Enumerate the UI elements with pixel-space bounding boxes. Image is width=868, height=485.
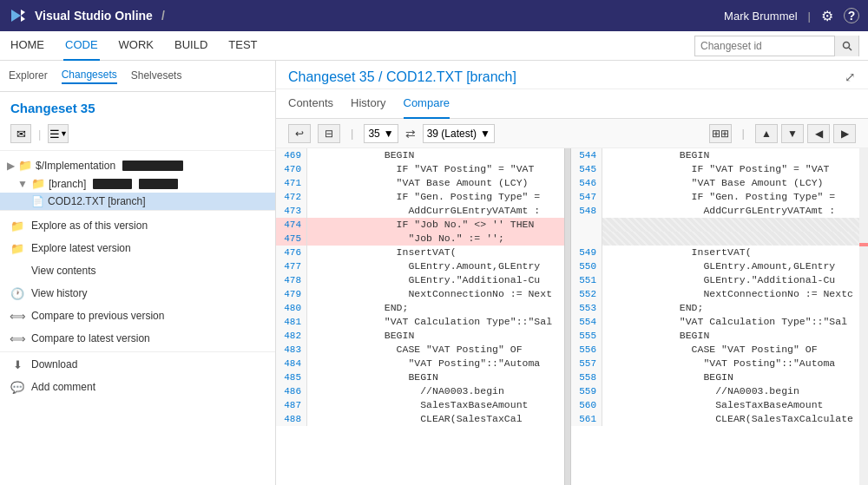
line-number: 488 — [276, 412, 307, 426]
tree-root[interactable]: ▶ 📁 $/Implementation — [0, 156, 275, 174]
search-button[interactable] — [834, 36, 858, 56]
line-content: BEGIN — [307, 329, 564, 343]
search-input[interactable] — [695, 40, 834, 52]
right-diff-panel[interactable]: 544 BEGIN545 IF "VAT Posting" = "VAT546 … — [571, 148, 859, 485]
line-number: 471 — [276, 176, 307, 190]
logo: Visual Studio Online / — [9, 6, 165, 25]
download-icon: ⬇ — [10, 357, 24, 371]
line-content: CLEAR(SalesTaxCalculate — [602, 412, 859, 426]
left-version-select[interactable]: 35 ▼ — [364, 124, 398, 143]
diff-line: 551 GLEntry."Additional-Cu — [571, 273, 859, 287]
menu-button[interactable]: ☰▼ — [48, 124, 69, 143]
context-view-history[interactable]: 🕐 View history — [0, 282, 275, 305]
line-number: 552 — [571, 287, 602, 301]
line-number: 486 — [276, 384, 307, 398]
diff-view: 469 BEGIN470 IF "VAT Posting" = "VAT471 … — [276, 148, 868, 485]
swap-icon[interactable]: ⇄ — [405, 127, 416, 141]
context-compare-previous[interactable]: ⟺ Compare to previous version — [0, 305, 275, 327]
context-view-contents-label: View contents — [31, 265, 96, 277]
line-number: 549 — [571, 246, 602, 259]
refresh-button[interactable]: ↩ — [288, 124, 311, 143]
tree-branch-label: [branch] — [49, 178, 86, 190]
line-content: IF "Job No." <> '' THEN — [307, 218, 564, 232]
diff-line: 485 BEGIN — [276, 370, 564, 384]
line-number: 484 — [276, 357, 307, 370]
compare-latest-icon: ⟺ — [10, 331, 24, 345]
top-bar-sep: | — [808, 10, 811, 23]
line-content: "VAT Posting"::"Automa — [307, 357, 564, 370]
diff-panels: 469 BEGIN470 IF "VAT Posting" = "VAT471 … — [276, 148, 868, 485]
context-add-comment-label: Add comment — [31, 381, 95, 393]
folder-icon: ▶ — [7, 160, 15, 172]
tab-compare[interactable]: Compare — [404, 89, 450, 119]
left-diff-panel[interactable]: 469 BEGIN470 IF "VAT Posting" = "VAT471 … — [276, 148, 564, 485]
nav-home[interactable]: HOME — [9, 31, 46, 61]
diff-line: 483 CASE "VAT Posting" OF — [276, 343, 564, 357]
nav-test[interactable]: TEST — [227, 31, 259, 61]
diff-line: 479 NextConnectionNo := Next — [276, 287, 564, 301]
tree-branch[interactable]: ▼ 📁 [branch] — [0, 174, 275, 193]
line-number: 558 — [571, 370, 602, 384]
diff-line: 475 "Job No." := ''; — [276, 232, 564, 246]
context-add-comment[interactable]: 💬 Add comment — [0, 376, 275, 398]
nav-code[interactable]: CODE — [63, 31, 100, 61]
next-section-button[interactable]: ▶ — [833, 124, 856, 143]
line-number: 474 — [276, 218, 307, 232]
line-number: 560 — [571, 398, 602, 412]
context-compare-latest[interactable]: ⟺ Compare to latest version — [0, 327, 275, 350]
line-number: 550 — [571, 259, 602, 273]
tree-root-label: $/Implementation — [36, 160, 115, 172]
tab-shelvesets[interactable]: Shelvesets — [131, 69, 182, 83]
tab-contents[interactable]: Contents — [288, 89, 333, 119]
gear-icon[interactable]: ⚙ — [821, 8, 833, 24]
context-explore-latest[interactable]: 📁 Explore latest version — [0, 237, 275, 259]
diff-line: 472 IF "Gen. Posting Type" = — [276, 190, 564, 204]
svg-line-5 — [849, 48, 852, 50]
context-view-contents[interactable]: View contents — [0, 259, 275, 282]
next-diff-button[interactable]: ▼ — [781, 124, 804, 143]
prev-diff-button[interactable]: ▲ — [755, 124, 778, 143]
diff-line: 557 "VAT Posting"::"Automa — [571, 357, 859, 370]
context-explore-version[interactable]: 📁 Explore as of this version — [0, 214, 275, 237]
line-content: SalesTaxBaseAmount — [307, 398, 564, 412]
line-content: CASE "VAT Posting" OF — [307, 343, 564, 357]
vs-logo-icon — [9, 6, 28, 25]
diff-line: 478 GLEntry."Additional-Cu — [276, 273, 564, 287]
line-content: "VAT Base Amount (LCY) — [602, 176, 859, 190]
line-number: 470 — [276, 162, 307, 176]
diff-line: 544 BEGIN — [571, 148, 859, 162]
logo-separator: / — [161, 9, 165, 23]
side-by-side-button[interactable]: ⊞⊞ — [709, 124, 732, 143]
diff-line: 476 InsertVAT( — [276, 246, 564, 259]
tab-explorer[interactable]: Explorer — [9, 69, 48, 83]
prev-section-button[interactable]: ◀ — [807, 124, 830, 143]
line-content: InsertVAT( — [602, 246, 859, 259]
line-number: 481 — [276, 315, 307, 329]
line-number: 559 — [571, 384, 602, 398]
inline-diff-button[interactable]: ⊟ — [318, 124, 340, 143]
line-content: "VAT Calculation Type"::"Sal — [307, 315, 564, 329]
file-icon: 📄 — [31, 195, 44, 207]
help-icon[interactable]: ? — [844, 8, 859, 23]
context-download[interactable]: ⬇ Download — [0, 351, 275, 376]
diff-line: 554 "VAT Calculation Type"::"Sal — [571, 315, 859, 329]
changeset-title: Changeset 35 — [0, 92, 275, 121]
nav-build[interactable]: BUILD — [173, 31, 209, 61]
diff-line: 547 IF "Gen. Posting Type" = — [571, 190, 859, 204]
tab-changesets[interactable]: Changesets — [62, 69, 117, 84]
tab-history[interactable]: History — [351, 89, 385, 119]
tree-file[interactable]: 📄 COD12.TXT [branch] — [0, 193, 275, 210]
top-bar-right: Mark Brummel | ⚙ ? — [724, 8, 859, 24]
explore-latest-icon: 📁 — [10, 241, 24, 255]
diff-scrollbar[interactable] — [859, 148, 868, 485]
mail-button[interactable]: ✉ — [10, 124, 31, 143]
nav-work[interactable]: WORK — [117, 31, 155, 61]
diff-line: 553 END; — [571, 301, 859, 315]
right-version-select[interactable]: 39 (Latest) ▼ — [423, 124, 495, 143]
line-number: 551 — [571, 273, 602, 287]
diff-line: 477 GLEntry.Amount,GLEntry — [276, 259, 564, 273]
expand-button[interactable]: ⤢ — [845, 69, 856, 85]
layout: Explorer Changesets Shelvesets Changeset… — [0, 61, 868, 485]
diff-line: 473 AddCurrGLEntryVATAmt : — [276, 204, 564, 218]
line-content: IF "VAT Posting" = "VAT — [307, 162, 564, 176]
